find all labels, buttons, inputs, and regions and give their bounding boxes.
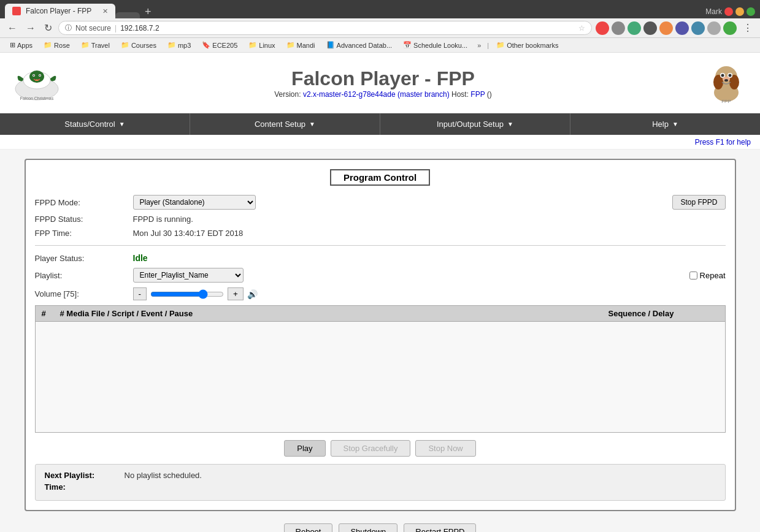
version-text: Version: bbox=[274, 90, 301, 99]
bookmark-linux-label: Linux bbox=[259, 42, 275, 49]
shutdown-button[interactable]: Shutdown bbox=[339, 523, 397, 532]
addon3-icon[interactable] bbox=[691, 21, 705, 35]
svg-point-6 bbox=[33, 75, 34, 76]
tab-favicon bbox=[12, 7, 21, 15]
tab-bar: Falcon Player - FPP ✕ + Mark bbox=[5, 4, 755, 18]
address-text: 192.168.7.2 bbox=[120, 24, 575, 32]
bookmark-travel[interactable]: 📁 Travel bbox=[76, 40, 115, 50]
playlist-row: Playlist: Enter_Playlist_Name Repeat bbox=[35, 268, 726, 283]
tab-close-button[interactable]: ✕ bbox=[102, 7, 108, 15]
nav-content-setup[interactable]: Content Setup ▼ bbox=[190, 113, 380, 135]
new-tab-button[interactable]: + bbox=[140, 6, 156, 18]
extensions-icon[interactable] bbox=[612, 21, 625, 35]
restart-fppd-button[interactable]: Restart FPPD bbox=[404, 523, 476, 532]
reboot-button[interactable]: Reboot bbox=[284, 523, 333, 532]
stop-now-button[interactable]: Stop Now bbox=[415, 440, 475, 457]
forward-button[interactable]: → bbox=[23, 21, 38, 35]
nav-io-arrow: ▼ bbox=[507, 121, 513, 127]
bookmark-mp3[interactable]: 📁 mp3 bbox=[163, 40, 196, 50]
tab-placeholder bbox=[115, 12, 140, 18]
browser-menu-button[interactable]: ⋮ bbox=[740, 22, 755, 34]
player-status-label: Player Status: bbox=[35, 254, 133, 263]
volume-plus-button[interactable]: + bbox=[228, 287, 244, 300]
nav-help[interactable]: Help ▼ bbox=[570, 113, 760, 135]
addon1-icon[interactable] bbox=[659, 21, 673, 35]
phone-icon[interactable] bbox=[628, 21, 641, 35]
page-content: Falcon Christmas Falcon Player - FPP Ver… bbox=[0, 53, 760, 532]
nav-status-control[interactable]: Status/Control ▼ bbox=[0, 113, 190, 135]
bookmark-rose-label: Rose bbox=[54, 42, 70, 49]
repeat-checkbox[interactable] bbox=[689, 272, 697, 279]
address-separator: | bbox=[115, 24, 117, 32]
close-btn[interactable] bbox=[747, 7, 755, 16]
volume-row: Volume [75]: - + 🔊 bbox=[35, 287, 726, 300]
address-bar[interactable]: ⓘ Not secure | 192.168.7.2 ☆ bbox=[58, 21, 592, 35]
play-button[interactable]: Play bbox=[284, 440, 325, 457]
bookmark-advdb[interactable]: 📘 Advanced Datab... bbox=[321, 40, 397, 50]
playlist-table-header: # # Media File / Script / Event / Pause … bbox=[36, 306, 725, 322]
sync-icon[interactable] bbox=[707, 21, 721, 35]
fpp-logo: Falcon Christmas bbox=[12, 63, 61, 103]
folder-icon-mandi: 📁 bbox=[286, 41, 295, 49]
mute-icon[interactable]: 🔊 bbox=[247, 289, 258, 299]
tab-title: Falcon Player - FPP bbox=[26, 7, 91, 15]
bookmark-apps[interactable]: ⊞ Apps bbox=[5, 40, 37, 50]
bookmark-rose[interactable]: 📁 Rose bbox=[39, 40, 75, 50]
maximize-btn[interactable] bbox=[735, 7, 744, 16]
bookmark-star-icon[interactable]: ☆ bbox=[578, 24, 585, 32]
svg-point-18 bbox=[724, 79, 728, 82]
bookmark-linux[interactable]: 📁 Linux bbox=[244, 40, 280, 50]
volume-minus-button[interactable]: - bbox=[133, 287, 147, 300]
volume-slider[interactable] bbox=[150, 289, 224, 299]
f1-help-link[interactable]: Press F1 for help bbox=[695, 138, 751, 146]
stop-fppd-button[interactable]: Stop FPPD bbox=[672, 195, 725, 210]
host-link[interactable]: FPP bbox=[470, 90, 485, 99]
svg-point-16 bbox=[729, 74, 732, 77]
bookmark-mandi[interactable]: 📁 Mandi bbox=[282, 40, 320, 50]
host-text: Host: bbox=[451, 90, 469, 99]
folder-icon-other: 📁 bbox=[496, 41, 505, 49]
nav-io-setup[interactable]: Input/Output Setup ▼ bbox=[380, 113, 570, 135]
bookmark-other-label: Other bookmarks bbox=[507, 42, 558, 49]
playlist-select[interactable]: Enter_Playlist_Name bbox=[133, 268, 244, 283]
bookmark-ece205[interactable]: 🔖 ECE205 bbox=[197, 40, 242, 50]
bookmarks-bar: ⊞ Apps 📁 Rose 📁 Travel 📁 Courses 📁 mp3 🔖… bbox=[0, 38, 760, 53]
apps-icon: ⊞ bbox=[10, 41, 15, 49]
bookmark-more-button[interactable]: » bbox=[474, 40, 485, 50]
back-button[interactable]: ← bbox=[5, 21, 20, 35]
version-link[interactable]: v2.x-master-612-g78e44ade (master branch… bbox=[303, 90, 450, 99]
fpp-title-area: Falcon Player - FPP Version: v2.x-master… bbox=[61, 67, 705, 99]
shield-icon[interactable] bbox=[643, 21, 657, 35]
divider1 bbox=[35, 245, 726, 246]
active-tab[interactable]: Falcon Player - FPP ✕ bbox=[5, 4, 115, 18]
bookmark-mandi-label: Mandi bbox=[297, 42, 315, 49]
user-name: Mark bbox=[705, 7, 722, 16]
fpp-mascot: FPP bbox=[705, 59, 748, 107]
folder-icon-mp3: 📁 bbox=[167, 41, 176, 49]
minimize-btn[interactable] bbox=[724, 7, 733, 16]
nav-status-arrow: ▼ bbox=[119, 121, 125, 127]
reload-button[interactable]: ↻ bbox=[42, 21, 55, 35]
playlist-table-body bbox=[36, 322, 725, 432]
book-icon-ece: 🔖 bbox=[202, 41, 210, 49]
fpp-time-label: FPP Time: bbox=[35, 229, 133, 238]
next-playlist-row: Next Playlist: No playlist scheduled. bbox=[45, 471, 716, 480]
fpp-version-line: Version: v2.x-master-612-g78e44ade (mast… bbox=[61, 90, 705, 99]
bookmark-schedule[interactable]: 📅 Schedule Looku... bbox=[398, 40, 472, 50]
opera-icon[interactable] bbox=[596, 21, 609, 35]
col-seq-header: Sequence / Delay bbox=[608, 309, 719, 318]
bookmark-mp3-label: mp3 bbox=[178, 42, 191, 49]
addon4-icon[interactable] bbox=[723, 21, 737, 35]
fppd-mode-select[interactable]: Player (Standalone) bbox=[133, 195, 256, 210]
bookmark-ece205-label: ECE205 bbox=[212, 42, 237, 49]
addon2-icon[interactable] bbox=[675, 21, 689, 35]
lock-icon: ⓘ bbox=[65, 23, 72, 32]
fppd-status-label: FPPD Status: bbox=[35, 215, 133, 224]
playback-controls: Play Stop Gracefully Stop Now bbox=[35, 440, 726, 457]
bookmark-travel-label: Travel bbox=[91, 42, 110, 49]
stop-gracefully-button[interactable]: Stop Gracefully bbox=[331, 440, 411, 457]
fpp-time-value: Mon Jul 30 13:40:17 EDT 2018 bbox=[133, 229, 726, 238]
repeat-label-text: Repeat bbox=[700, 271, 726, 280]
bookmark-courses[interactable]: 📁 Courses bbox=[116, 40, 161, 50]
bookmark-other[interactable]: 📁 Other bookmarks bbox=[491, 40, 563, 50]
